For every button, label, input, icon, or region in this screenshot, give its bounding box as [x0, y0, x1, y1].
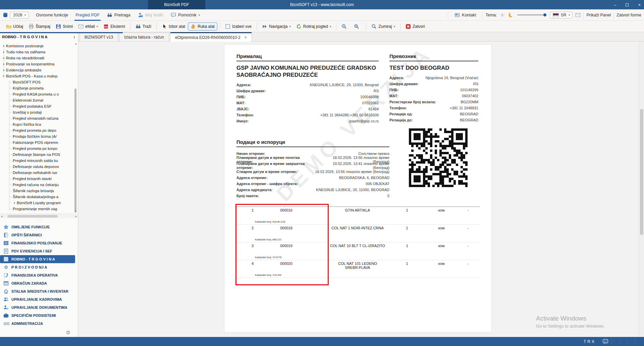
toolbar-button[interactable]: Navigacija ▾: [259, 22, 293, 31]
toolbar-button[interactable]: Ruka alat ▾: [188, 22, 217, 31]
tree-item[interactable]: Šifarnik dodataka/priloga a: [0, 194, 78, 200]
theme-slider-knob[interactable]: [543, 13, 547, 17]
tree-item[interactable]: BizniSoft POS - Kasa u malop: [0, 73, 78, 79]
tree-item[interactable]: Elektronski žurnal: [0, 97, 78, 103]
tree-item[interactable]: Pregled računa na čekanju: [0, 182, 78, 188]
moon-icon[interactable]: [508, 12, 513, 18]
sidebar-section[interactable]: FINANSIJSKO POSLOVANJE: [0, 239, 78, 247]
toolbar-button[interactable]: eMail ▾: [75, 22, 101, 31]
tree-expand-icon[interactable]: [1, 67, 6, 73]
feedback-bubble-icon[interactable]: [602, 339, 608, 345]
tree-scrollbar[interactable]: ▲ ▼: [74, 42, 77, 214]
toolbar-button[interactable]: Traži ▾: [133, 22, 154, 31]
toolbar-button[interactable]: Učitaj ▾: [3, 22, 26, 31]
toolbar-button[interactable]: Izaberi sve ▾: [222, 22, 254, 31]
sidebar-splitter[interactable]: ::::: [0, 218, 78, 222]
tree-item[interactable]: Definisanje valuta deponov: [0, 164, 78, 170]
settings-gear-icon[interactable]: ⚙: [66, 330, 70, 336]
toolbar-button[interactable]: ▾: [351, 22, 364, 31]
tree-expand-icon[interactable]: [1, 73, 6, 79]
tree-item[interactable]: BizniSOFT POS: [0, 79, 78, 85]
theme-slider[interactable]: [517, 14, 546, 15]
tree-item[interactable]: Roba na obradi/doradi: [0, 55, 78, 61]
sidebar-section[interactable]: UPRAVLJANJE KADROVIMA: [0, 295, 78, 303]
zatvori-forme-button[interactable]: Zatvori forme: [616, 13, 641, 17]
tree-item[interactable]: Pregled minusnih salda ku: [0, 158, 78, 164]
tree-item[interactable]: Komisiono poslovanje: [0, 43, 78, 49]
tree-item[interactable]: Pregled prometa po depo: [0, 127, 78, 133]
kontakt-button[interactable]: Kontakt: [451, 9, 480, 21]
sidebar-section[interactable]: ⚙⚙ ADMINISTRACIJA: [0, 320, 78, 328]
horizontal-scrollbar-thumb[interactable]: [7, 215, 58, 218]
sidebar-section[interactable]: OMILJENE FUNKCIJE: [0, 223, 78, 231]
tree-horizontal-scrollbar[interactable]: ◂ ▸: [0, 214, 78, 218]
tree-item[interactable]: Tuđa roba na zalihama: [0, 49, 78, 55]
sidebar-section[interactable]: ROBNO - T R G O V I N A: [0, 255, 75, 263]
sidebar-section[interactable]: PDV EVIDENCIJA I SEF: [0, 247, 78, 255]
tree-item[interactable]: Definisanje štampe na POS: [0, 152, 78, 158]
toolbar-button[interactable]: ▾: [339, 22, 351, 31]
tree-item[interactable]: Prodaja fizičkim licima (A/: [0, 133, 78, 139]
minimize-button[interactable]: –: [614, 3, 616, 7]
tree-item[interactable]: BizniSoft Loyalty program: [0, 200, 78, 206]
menu-item[interactable]: Osnovne funkcije ▾: [32, 9, 72, 21]
toolbar-button[interactable]: Izbor alat ▾: [159, 22, 188, 31]
document-tab[interactable]: eOtpremnica EO26-RN006000010-2 ×: [170, 32, 252, 42]
toolbar-button[interactable]: Zumiraj ▾: [369, 22, 398, 31]
sidebar-section[interactable]: STALNA SREDSTVA I INVENTAR: [0, 287, 78, 295]
envelope-icon[interactable]: [575, 12, 581, 18]
collapse-sidebar-button[interactable]: ‹: [73, 34, 75, 40]
toolbar-button[interactable]: PDF Eksterni ▾: [101, 22, 127, 31]
tree-expand-icon[interactable]: [1, 55, 6, 61]
tree-expand-icon[interactable]: [1, 49, 6, 55]
toolbar-button[interactable]: Zatvori ▾: [403, 22, 428, 31]
prikazi-panel-button[interactable]: Prikaži Panel: [586, 13, 611, 17]
tree-item[interactable]: Knjiženje prometa: [0, 85, 78, 91]
sidebar-section[interactable]: OBRAČUN ZARADA: [0, 279, 78, 287]
menu-item[interactable]: Pomoćnik ▾: [167, 9, 204, 21]
menu-item[interactable]: Pregled PDF ▾: [72, 9, 103, 21]
chevron-down-icon: ▾: [393, 25, 395, 28]
tree-item[interactable]: Poslovanje sa kooperantima: [0, 61, 78, 67]
tree-item[interactable]: Izveštaj o prodaji: [0, 109, 78, 115]
maximize-button[interactable]: [626, 3, 629, 6]
scroll-left-icon[interactable]: ◂: [1, 215, 3, 218]
sidebar-section[interactable]: OPŠTI ŠIFARNICI: [0, 231, 78, 239]
tree-item[interactable]: Kupci fizička lica: [0, 121, 78, 127]
menu-item[interactable]: Pretraga ▾: [103, 9, 134, 21]
tree-item[interactable]: Programiranje mernih vag: [0, 206, 78, 212]
sidebar-section[interactable]: ⚙ P R O I Z V O D NJ A: [0, 263, 78, 271]
sidebar-section[interactable]: UPRAVLJANJE DOKUMENTIMA: [0, 303, 78, 311]
toolbar-button[interactable]: Snimi ▾: [53, 22, 75, 31]
tree-item[interactable]: Šifarnik razloga brisanja: [0, 188, 78, 194]
tree-scrollbar-thumb[interactable]: [74, 89, 76, 213]
close-tab-icon[interactable]: ×: [245, 35, 247, 40]
toolbar-button[interactable]: Rotiraj pogled ▾: [293, 22, 334, 31]
tree-item[interactable]: Pregled brisanih stavki: [0, 176, 78, 182]
close-window-button[interactable]: ×: [638, 3, 641, 7]
tree-item[interactable]: Pregled KASA prometa u o: [0, 91, 78, 97]
scroll-down-icon[interactable]: ▼: [74, 210, 77, 213]
tree-expand-icon[interactable]: [1, 61, 6, 67]
tree-item[interactable]: Definisanje nefiskalnih ise: [0, 170, 78, 176]
year-selector[interactable]: 2026 ▾: [10, 12, 29, 18]
sun-icon[interactable]: [500, 12, 505, 18]
tree-item[interactable]: Fakturisanje POS otpremn: [0, 139, 78, 146]
sidebar-section[interactable]: FINANSIJSKA OPERATIVA: [0, 271, 78, 279]
menu-item[interactable]: Moj Vodič ▾: [134, 9, 167, 21]
document-tab[interactable]: BIZNISOFT v13 ×: [79, 33, 118, 41]
scroll-up-icon[interactable]: ▲: [74, 42, 77, 45]
tree-expand-icon[interactable]: [1, 43, 6, 49]
document-scrollbar-thumb[interactable]: [640, 109, 643, 235]
document-scrollbar[interactable]: [639, 42, 644, 337]
language-selector[interactable]: SR ▾: [550, 12, 573, 18]
document-tab[interactable]: Izlazna faktura - račun ×: [119, 33, 169, 41]
tree-item[interactable]: Pregled prometa po korpo: [0, 146, 78, 152]
sidebar-section[interactable]: SPECIFIČNI PODSISTEMI: [0, 311, 78, 320]
tree-item[interactable]: Pregled virmanskih računa: [0, 115, 78, 121]
tree-item[interactable]: Evidencija ambalaže: [0, 67, 78, 73]
toolbar-button[interactable]: Štampaj ▾: [26, 22, 53, 31]
scroll-right-icon[interactable]: ▸: [75, 215, 77, 218]
tree-expand-icon[interactable]: [12, 200, 17, 206]
tree-item[interactable]: Pregled podataka ESF: [0, 103, 78, 109]
